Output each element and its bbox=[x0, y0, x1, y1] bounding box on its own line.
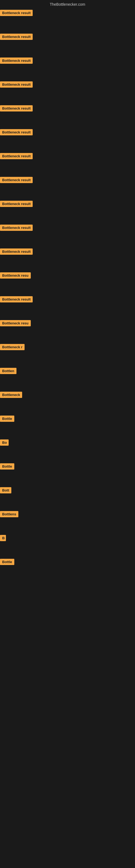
bottleneck-result-badge[interactable]: Bottleneck result bbox=[0, 34, 33, 40]
list-item: Bottle bbox=[0, 557, 135, 581]
bottleneck-result-badge[interactable]: Bottleneck result bbox=[0, 105, 33, 112]
bottleneck-result-badge[interactable]: Bottle bbox=[0, 559, 14, 565]
list-item: Bottleneck result bbox=[0, 175, 135, 198]
list-item: Bottleneck result bbox=[0, 198, 135, 222]
bottleneck-result-badge[interactable]: Bottlen bbox=[0, 368, 16, 374]
bottleneck-result-badge[interactable]: Bottleneck result bbox=[0, 177, 33, 183]
bottleneck-result-badge[interactable]: B bbox=[0, 535, 6, 541]
list-item: Bottle bbox=[0, 413, 135, 437]
list-item: Bottleneck resu bbox=[0, 318, 135, 342]
bottleneck-result-badge[interactable]: Bottleneck result bbox=[0, 58, 33, 64]
bottleneck-result-badge[interactable]: Bottleneck result bbox=[0, 129, 33, 135]
page-wrapper: TheBottlenecker.com Bottleneck resultBot… bbox=[0, 0, 135, 581]
list-item: Bott bbox=[0, 485, 135, 509]
bottleneck-result-badge[interactable]: Bottleneck r bbox=[0, 344, 25, 350]
list-item: Bo bbox=[0, 437, 135, 461]
bottleneck-result-badge[interactable]: Bottle bbox=[0, 463, 14, 469]
bottleneck-result-badge[interactable]: Bottleneck resu bbox=[0, 320, 31, 326]
bottleneck-result-badge[interactable]: Bottleneck result bbox=[0, 296, 33, 303]
list-item: Bottleneck result bbox=[0, 79, 135, 103]
list-item: Bottleneck result bbox=[0, 127, 135, 151]
list-item: Bottleneck result bbox=[0, 103, 135, 127]
list-item: B bbox=[0, 533, 135, 557]
bottleneck-result-badge[interactable]: Bottleneck result bbox=[0, 10, 33, 16]
list-item: Bottleneck result bbox=[0, 151, 135, 175]
items-list: Bottleneck resultBottleneck resultBottle… bbox=[0, 8, 135, 581]
list-item: Bottleneck result bbox=[0, 294, 135, 318]
list-item: Bottleneck result bbox=[0, 8, 135, 31]
bottleneck-result-badge[interactable]: Bottleneck result bbox=[0, 201, 33, 207]
bottleneck-result-badge[interactable]: Bo bbox=[0, 439, 9, 446]
bottleneck-result-badge[interactable]: Bottleneck bbox=[0, 392, 22, 398]
list-item: Bottleneck result bbox=[0, 222, 135, 246]
bottleneck-result-badge[interactable]: Bottleneck resu bbox=[0, 272, 31, 279]
bottleneck-result-badge[interactable]: Bottleneck result bbox=[0, 153, 33, 159]
site-title: TheBottlenecker.com bbox=[0, 0, 135, 8]
list-item: Bottleneck result bbox=[0, 246, 135, 270]
bottleneck-result-badge[interactable]: Bottle bbox=[0, 415, 14, 422]
list-item: Bottleneck result bbox=[0, 31, 135, 55]
bottleneck-result-badge[interactable]: Bottlens bbox=[0, 511, 18, 517]
list-item: Bottle bbox=[0, 461, 135, 485]
list-item: Bottlen bbox=[0, 366, 135, 390]
list-item: Bottleneck result bbox=[0, 55, 135, 79]
bottleneck-result-badge[interactable]: Bott bbox=[0, 487, 11, 493]
list-item: Bottleneck resu bbox=[0, 270, 135, 294]
bottleneck-result-badge[interactable]: Bottleneck result bbox=[0, 225, 33, 231]
list-item: Bottleneck bbox=[0, 390, 135, 413]
bottleneck-result-badge[interactable]: Bottleneck result bbox=[0, 82, 33, 88]
bottleneck-result-badge[interactable]: Bottleneck result bbox=[0, 248, 33, 255]
list-item: Bottleneck r bbox=[0, 342, 135, 366]
list-item: Bottlens bbox=[0, 509, 135, 533]
